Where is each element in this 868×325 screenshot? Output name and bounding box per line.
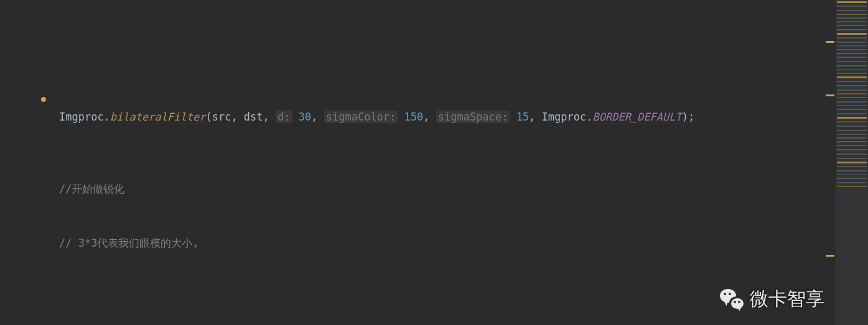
code-line[interactable]: Imgproc.bilateralFilter(src, dst, d: 30,… — [59, 108, 836, 126]
param-hint: d: — [276, 111, 292, 123]
watermark-text: 微卡智享 — [750, 290, 824, 308]
comment: //开始做锐化 — [59, 183, 124, 195]
code-content[interactable]: Imgproc.bilateralFilter(src, dst, d: 30,… — [0, 0, 836, 325]
minimap[interactable] — [836, 0, 868, 325]
wechat-icon — [720, 286, 744, 310]
param-hint: sigmaSpace: — [436, 111, 510, 123]
code-line[interactable]: //开始做锐化 — [59, 180, 836, 198]
method-call: bilateralFilter — [110, 111, 206, 123]
code-line[interactable]: // 3*3代表我们眼模的大小, — [59, 234, 836, 252]
param-hint: sigmaColor: — [324, 111, 398, 123]
error-stripe[interactable] — [822, 0, 834, 325]
code-editor[interactable]: Imgproc.bilateralFilter(src, dst, d: 30,… — [0, 0, 868, 325]
class-ref: Imgproc — [59, 111, 104, 123]
watermark: 微卡智享 — [720, 286, 824, 310]
warning-gutter-icon[interactable] — [40, 96, 47, 103]
minimap-region — [837, 1, 867, 3]
warning-mark[interactable] — [826, 94, 834, 96]
warning-mark[interactable] — [826, 255, 834, 257]
constant: BORDER_DEFAULT — [592, 111, 681, 123]
comment: // 3*3代表我们眼模的大小, — [59, 237, 199, 249]
warning-mark[interactable] — [826, 41, 834, 43]
